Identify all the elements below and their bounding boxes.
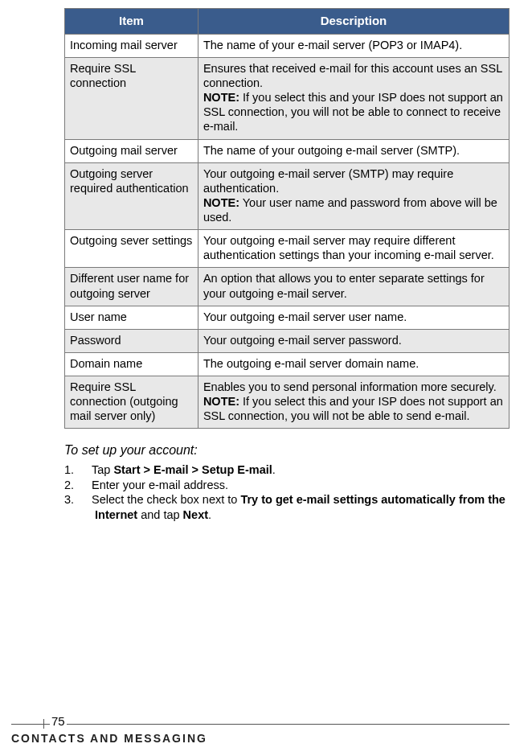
page-footer: 75 Contacts and Messaging — [0, 719, 532, 745]
cell-item: Outgoing mail server — [65, 139, 198, 162]
steps-list: Tap Start > E-mail > Setup E-mail. Enter… — [64, 462, 509, 522]
table-row: Require SSL connection Ensures that rece… — [65, 57, 509, 139]
note-label: NOTE: — [203, 395, 239, 408]
cell-desc: The name of your outgoing e-mail server … — [198, 139, 509, 162]
footer-rule — [11, 724, 509, 725]
footer-tick — [43, 719, 44, 729]
table-row: Password Your outgoing e-mail server pas… — [65, 329, 509, 352]
cell-item: Outgoing sever settings — [65, 230, 198, 268]
table-header-item: Item — [65, 9, 198, 35]
table-row: User name Your outgoing e-mail server us… — [65, 306, 509, 329]
cell-desc: Your outgoing e-mail server (SMTP) may r… — [198, 162, 509, 230]
table-row: Different user name for outgoing server … — [65, 268, 509, 306]
note-label: NOTE: — [203, 91, 239, 104]
table-row: Outgoing sever settings Your outgoing e-… — [65, 230, 509, 268]
table-row: Outgoing server required authentication … — [65, 162, 509, 230]
cell-item: Require SSL connection — [65, 57, 198, 139]
section-heading: To set up your account: — [64, 443, 509, 458]
table-row: Outgoing mail server The name of your ou… — [65, 139, 509, 162]
table-row: Domain name The outgoing e-mail server d… — [65, 352, 509, 376]
cell-desc: Your outgoing e-mail server user name. — [198, 306, 509, 329]
cell-item: Domain name — [65, 352, 198, 376]
cell-desc: Enables you to send personal information… — [198, 376, 509, 429]
table-row: Require SSL connection (outgoing mail se… — [65, 376, 509, 429]
cell-item: Outgoing server required authentication — [65, 162, 198, 230]
cell-item: Different user name for outgoing server — [65, 268, 198, 306]
cell-desc: Ensures that received e-mail for this ac… — [198, 57, 509, 139]
list-item: Enter your e-mail address. — [64, 478, 509, 493]
cell-item: Incoming mail server — [65, 34, 198, 57]
cell-item: Password — [65, 329, 198, 352]
table-row: Incoming mail server The name of your e-… — [65, 34, 509, 57]
table-header-description: Description — [198, 9, 509, 35]
cell-item: Require SSL connection (outgoing mail se… — [65, 376, 198, 429]
cell-desc: The name of your e-mail server (POP3 or … — [198, 34, 509, 57]
list-item: Tap Start > E-mail > Setup E-mail. — [64, 462, 509, 478]
cell-item: User name — [65, 306, 198, 329]
footer-section-title: Contacts and Messaging — [11, 732, 532, 745]
page-number: 75 — [50, 714, 67, 728]
cell-desc: An option that allows you to enter separ… — [198, 268, 509, 306]
cell-desc: Your outgoing e-mail server password. — [198, 329, 509, 352]
note-label: NOTE: — [203, 196, 239, 209]
settings-table: Item Description Incoming mail server Th… — [64, 8, 509, 429]
cell-desc: Your outgoing e-mail server may require … — [198, 230, 509, 268]
cell-desc: The outgoing e-mail server domain name. — [198, 352, 509, 376]
list-item: Select the check box next to Try to get … — [64, 492, 509, 522]
